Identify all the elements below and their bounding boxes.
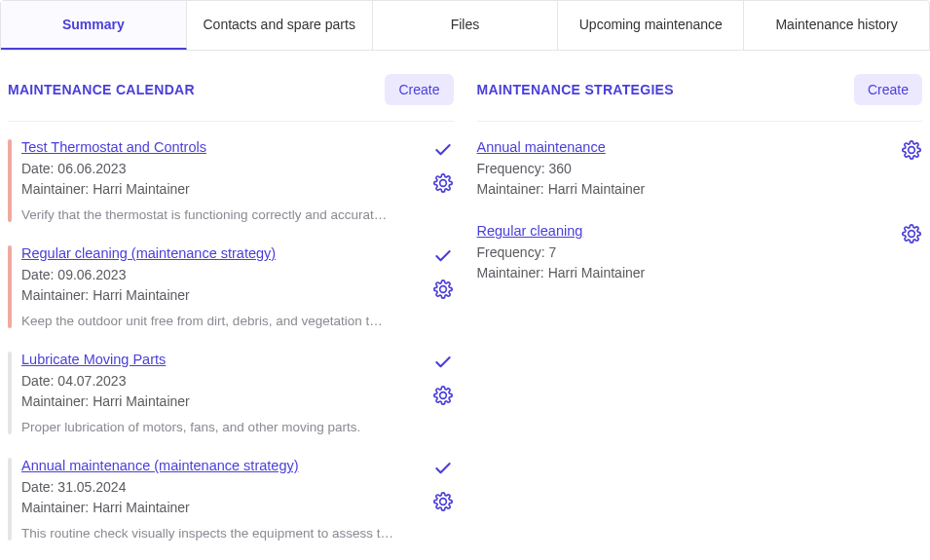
status-bar: [8, 352, 12, 434]
calendar-item-maintainer: Maintainer: Harri Maintainer: [21, 285, 423, 306]
content: MAINTENANCE CALENDAR Create Test Thermos…: [0, 51, 930, 560]
calendar-item-desc: Proper lubrication of motors, fans, and …: [21, 420, 423, 434]
calendar-item-body: Test Thermostat and ControlsDate: 06.06.…: [21, 139, 423, 222]
strategy-item-title[interactable]: Annual maintenance: [477, 139, 606, 155]
strategy-item-title[interactable]: Regular cleaning: [477, 223, 583, 239]
tab-summary[interactable]: Summary: [1, 1, 187, 50]
strategies-title: MAINTENANCE STRATEGIES: [477, 82, 674, 97]
status-bar: [8, 139, 12, 222]
calendar-item-title[interactable]: Annual maintenance (maintenance strategy…: [21, 458, 299, 473]
calendar-item-maintainer: Maintainer: Harri Maintainer: [21, 179, 423, 200]
strategy-item-actions: [901, 223, 922, 283]
tab-upcoming-maintenance[interactable]: Upcoming maintenance: [558, 1, 744, 50]
gear-icon[interactable]: [432, 385, 454, 406]
calendar-item-actions: [432, 245, 454, 328]
gear-icon[interactable]: [432, 491, 454, 512]
strategy-item-frequency: Frequency: 7: [477, 243, 892, 263]
calendar-item-actions: [432, 458, 454, 541]
strategy-item-frequency: Frequency: 360: [477, 159, 892, 179]
tab-contacts-and-spare-parts[interactable]: Contacts and spare parts: [187, 1, 373, 50]
calendar-item-desc: Keep the outdoor unit free from dirt, de…: [21, 314, 423, 328]
calendar-item-body: Lubricate Moving PartsDate: 04.07.2023Ma…: [21, 352, 423, 434]
calendar-item-maintainer: Maintainer: Harri Maintainer: [21, 392, 423, 412]
calendar-item: Lubricate Moving PartsDate: 04.07.2023Ma…: [8, 352, 454, 434]
calendar-create-button[interactable]: Create: [385, 74, 453, 105]
strategies-list: Annual maintenanceFrequency: 360Maintain…: [477, 139, 923, 283]
tabs: SummaryContacts and spare partsFilesUpco…: [0, 0, 930, 51]
calendar-item: Annual maintenance (maintenance strategy…: [8, 458, 454, 541]
calendar-header: MAINTENANCE CALENDAR Create: [8, 74, 454, 122]
strategies-column: MAINTENANCE STRATEGIES Create Annual mai…: [477, 74, 923, 560]
gear-icon[interactable]: [901, 223, 922, 244]
calendar-column: MAINTENANCE CALENDAR Create Test Thermos…: [8, 74, 454, 560]
status-bar: [8, 458, 12, 541]
calendar-item-body: Annual maintenance (maintenance strategy…: [21, 458, 423, 541]
strategies-create-button[interactable]: Create: [854, 74, 922, 105]
tab-files[interactable]: Files: [373, 1, 559, 50]
calendar-item-date: Date: 31.05.2024: [21, 477, 423, 498]
status-bar: [8, 245, 12, 328]
strategy-item-body: Regular cleaningFrequency: 7Maintainer: …: [477, 223, 892, 283]
tab-maintenance-history[interactable]: Maintenance history: [744, 1, 929, 50]
calendar-item-date: Date: 04.07.2023: [21, 371, 423, 392]
check-icon[interactable]: [432, 458, 454, 479]
calendar-item-date: Date: 06.06.2023: [21, 159, 423, 179]
calendar-item-title[interactable]: Regular cleaning (maintenance strategy): [21, 245, 276, 261]
strategy-item-maintainer: Maintainer: Harri Maintainer: [477, 263, 892, 283]
strategy-item: Annual maintenanceFrequency: 360Maintain…: [477, 139, 923, 200]
gear-icon[interactable]: [432, 172, 454, 194]
calendar-item-title[interactable]: Test Thermostat and Controls: [21, 139, 206, 155]
calendar-title: MAINTENANCE CALENDAR: [8, 82, 195, 97]
check-icon[interactable]: [432, 352, 454, 373]
calendar-item: Regular cleaning (maintenance strategy)D…: [8, 245, 454, 328]
calendar-item-desc: Verify that the thermostat is functionin…: [21, 207, 423, 222]
gear-icon[interactable]: [432, 279, 454, 300]
calendar-item-body: Regular cleaning (maintenance strategy)D…: [21, 245, 423, 328]
gear-icon[interactable]: [901, 139, 922, 161]
calendar-item-actions: [432, 139, 454, 222]
calendar-item-date: Date: 09.06.2023: [21, 265, 423, 285]
check-icon[interactable]: [432, 139, 454, 161]
calendar-item-maintainer: Maintainer: Harri Maintainer: [21, 498, 423, 518]
strategy-item-actions: [901, 139, 922, 200]
calendar-item: Test Thermostat and ControlsDate: 06.06.…: [8, 139, 454, 222]
calendar-item-actions: [432, 352, 454, 434]
calendar-item-desc: This routine check visually inspects the…: [21, 526, 423, 541]
calendar-item-title[interactable]: Lubricate Moving Parts: [21, 352, 166, 367]
strategies-header: MAINTENANCE STRATEGIES Create: [477, 74, 923, 122]
calendar-list: Test Thermostat and ControlsDate: 06.06.…: [8, 139, 454, 541]
strategy-item-maintainer: Maintainer: Harri Maintainer: [477, 179, 892, 200]
check-icon[interactable]: [432, 245, 454, 267]
strategy-item: Regular cleaningFrequency: 7Maintainer: …: [477, 223, 923, 283]
strategy-item-body: Annual maintenanceFrequency: 360Maintain…: [477, 139, 892, 200]
